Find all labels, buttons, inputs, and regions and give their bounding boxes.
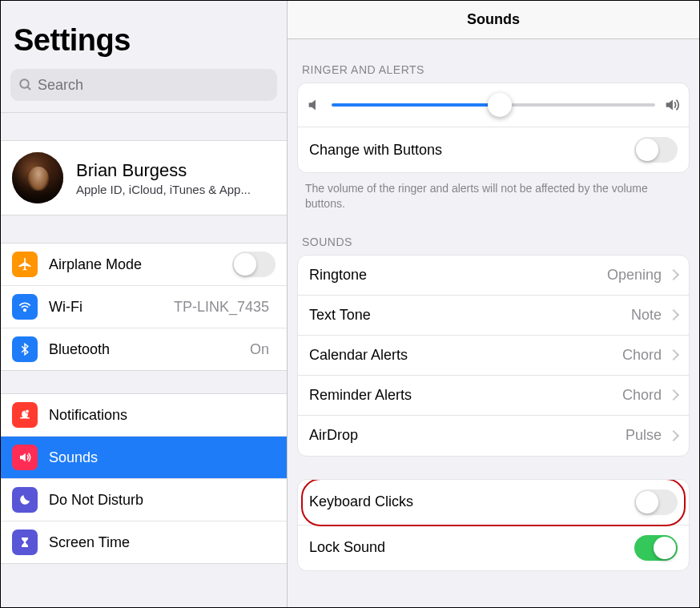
row-label: Wi-Fi xyxy=(49,299,174,316)
svg-line-1 xyxy=(27,87,30,90)
row-label: Text Tone xyxy=(309,307,631,324)
svg-rect-4 xyxy=(20,417,30,419)
row-value: Chord xyxy=(622,347,662,364)
change-buttons-toggle[interactable] xyxy=(634,137,678,163)
detail-title: Sounds xyxy=(467,11,520,28)
group-toggles: Keyboard Clicks Lock Sound xyxy=(297,479,690,571)
row-label: Sounds xyxy=(49,449,276,466)
search-icon xyxy=(18,78,33,92)
footnote: The volume of the ringer and alerts will… xyxy=(288,173,699,211)
row-value: Note xyxy=(631,307,662,324)
reminder-alerts-row[interactable]: Reminder Alerts Chord xyxy=(298,376,689,416)
svg-point-2 xyxy=(24,309,26,312)
sidebar-item-notifications[interactable]: Notifications xyxy=(1,394,287,437)
profile-name: Brian Burgess xyxy=(76,160,251,181)
chevron-right-icon xyxy=(668,389,679,401)
row-value: On xyxy=(250,341,269,358)
group-label-sounds: Sounds xyxy=(288,211,699,255)
airplane-toggle[interactable] xyxy=(232,252,276,277)
keyboard-clicks-row[interactable]: Keyboard Clicks xyxy=(298,480,689,525)
bell-icon xyxy=(12,402,38,428)
volume-slider[interactable] xyxy=(332,103,655,107)
wifi-icon xyxy=(12,294,38,320)
row-label: Notifications xyxy=(49,407,276,424)
row-value: Chord xyxy=(622,387,662,404)
profile-subtitle: Apple ID, iCloud, iTunes & App... xyxy=(76,183,251,196)
row-value: TP-LINK_7435 xyxy=(174,299,269,316)
moon-icon xyxy=(12,487,38,513)
row-value: Pulse xyxy=(626,427,662,444)
row-label: Bluetooth xyxy=(49,341,250,358)
sidebar-header: Settings xyxy=(1,1,287,66)
speaker-icon xyxy=(12,445,38,470)
hourglass-icon xyxy=(12,529,38,555)
divider xyxy=(1,563,287,587)
lock-sound-row[interactable]: Lock Sound xyxy=(298,525,689,570)
row-label: Do Not Disturb xyxy=(49,492,276,509)
volume-slider-row xyxy=(298,83,689,127)
sidebar-item-screentime[interactable]: Screen Time xyxy=(1,521,287,563)
page-title: Settings xyxy=(14,23,274,58)
sidebar: Settings Brian Burgess Apple ID, iCloud,… xyxy=(1,1,288,607)
volume-high-icon xyxy=(663,96,681,114)
general-section: Notifications Sounds Do Not Disturb Scre… xyxy=(1,394,287,563)
profile-row[interactable]: Brian Burgess Apple ID, iCloud, iTunes &… xyxy=(1,141,287,215)
search-input[interactable] xyxy=(38,77,269,94)
row-label: Reminder Alerts xyxy=(309,387,622,404)
row-value: Opening xyxy=(607,267,662,284)
sidebar-item-airplane[interactable]: Airplane Mode xyxy=(1,244,287,286)
sidebar-item-wifi[interactable]: Wi-Fi TP-LINK_7435 xyxy=(1,286,287,328)
airplane-icon xyxy=(12,252,38,277)
row-label: Keyboard Clicks xyxy=(309,493,634,510)
svg-point-5 xyxy=(26,409,30,413)
sidebar-item-bluetooth[interactable]: Bluetooth On xyxy=(1,328,287,370)
row-label: Ringtone xyxy=(309,267,607,284)
bluetooth-icon xyxy=(12,336,38,362)
change-with-buttons-row[interactable]: Change with Buttons xyxy=(298,127,689,172)
detail-header: Sounds xyxy=(288,1,699,39)
chevron-right-icon xyxy=(668,309,679,320)
search-box[interactable] xyxy=(10,69,277,101)
lock-sound-toggle[interactable] xyxy=(634,535,678,561)
sidebar-item-dnd[interactable]: Do Not Disturb xyxy=(1,479,287,521)
connectivity-section: Airplane Mode Wi-Fi TP-LINK_7435 Bluetoo… xyxy=(1,244,287,370)
volume-low-icon xyxy=(306,96,324,114)
profile-section: Brian Burgess Apple ID, iCloud, iTunes &… xyxy=(1,141,287,215)
row-label: Calendar Alerts xyxy=(309,347,622,364)
group-sounds: Ringtone Opening Text Tone Note Calendar… xyxy=(297,255,690,457)
calendar-alerts-row[interactable]: Calendar Alerts Chord xyxy=(298,336,689,376)
group-label-ringer: Ringer and Alerts xyxy=(288,39,699,83)
chevron-right-icon xyxy=(668,430,679,441)
svg-point-0 xyxy=(20,79,29,88)
detail-pane: Sounds Ringer and Alerts Change with But… xyxy=(288,1,699,607)
group-ringer: Change with Buttons xyxy=(297,83,690,173)
divider xyxy=(1,370,287,394)
slider-thumb[interactable] xyxy=(488,93,512,117)
airdrop-row[interactable]: AirDrop Pulse xyxy=(298,416,689,456)
row-label: Airplane Mode xyxy=(49,256,232,273)
text-tone-row[interactable]: Text Tone Note xyxy=(298,296,689,336)
keyboard-clicks-toggle[interactable] xyxy=(634,489,678,515)
row-label: Change with Buttons xyxy=(309,142,634,159)
chevron-right-icon xyxy=(668,349,679,360)
row-label: Screen Time xyxy=(49,534,276,551)
ringtone-row[interactable]: Ringtone Opening xyxy=(298,256,689,296)
row-label: AirDrop xyxy=(309,427,626,444)
sidebar-item-sounds[interactable]: Sounds xyxy=(1,437,287,479)
divider xyxy=(1,215,287,244)
divider xyxy=(1,112,287,141)
avatar xyxy=(12,152,63,203)
row-label: Lock Sound xyxy=(309,539,634,556)
chevron-right-icon xyxy=(668,269,679,280)
